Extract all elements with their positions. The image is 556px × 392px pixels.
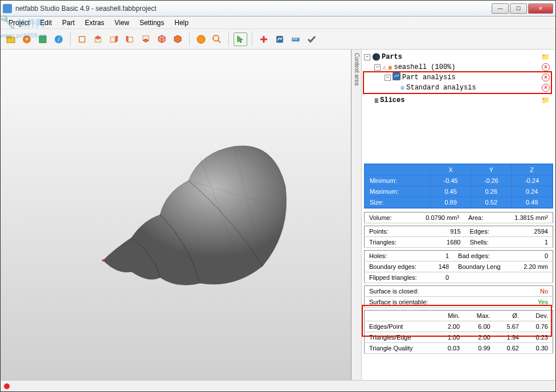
model-seashell: [86, 107, 302, 300]
cube-bottom-icon[interactable]: [139, 32, 153, 46]
svg-point-26: [102, 259, 104, 262]
cube-iso-icon[interactable]: [155, 32, 169, 46]
stats-table: Min.Max.Ø.Dev. Edges/Point2.006.005.670.…: [364, 310, 553, 354]
parts-group-icon: 🌑: [372, 53, 380, 61]
svg-rect-10: [128, 37, 133, 42]
menu-part[interactable]: Part: [58, 18, 79, 28]
menu-extras[interactable]: Extras: [80, 18, 109, 28]
standard-analysis-icon: ⊕: [400, 84, 404, 92]
folder-icon[interactable]: 📁: [541, 96, 550, 105]
svg-point-13: [213, 35, 219, 41]
titlebar: netfabb Studio Basic 4.9 - seashell.fabb…: [1, 1, 555, 17]
tree-analysis-label[interactable]: Part analysis: [402, 74, 456, 81]
analysis-icon: [393, 72, 400, 83]
context-area-tab[interactable]: Context area: [351, 50, 362, 380]
minimize-button[interactable]: —: [492, 3, 509, 14]
menu-project[interactable]: Project: [4, 18, 34, 28]
warning-icon: ⚠: [382, 63, 386, 72]
viewport-3d[interactable]: [1, 50, 351, 380]
collapse-icon[interactable]: −: [385, 75, 391, 81]
svg-point-12: [197, 35, 205, 43]
maximize-button[interactable]: ☐: [510, 3, 527, 14]
menu-settings[interactable]: Settings: [135, 18, 169, 28]
zoom-icon[interactable]: [210, 32, 224, 46]
tree-slices-label[interactable]: Slices: [380, 96, 404, 104]
menu-help[interactable]: Help: [170, 18, 193, 28]
svg-rect-4: [39, 36, 46, 43]
add-part-icon[interactable]: +: [20, 32, 34, 46]
tree-std-analysis[interactable]: Standard analysis: [406, 84, 476, 92]
parts-tree: − 🌑 Parts 📁 − ⚠ ◉ seashell (100%) × − Pa…: [362, 50, 555, 164]
sphere-icon[interactable]: [194, 32, 208, 46]
svg-rect-7: [79, 36, 85, 42]
svg-rect-9: [111, 37, 115, 42]
repair-icon[interactable]: [257, 32, 271, 46]
svg-rect-1: [7, 36, 11, 38]
tree-parts-label[interactable]: Parts: [382, 53, 402, 61]
statusbar: [1, 380, 555, 391]
pointer-icon[interactable]: [234, 32, 247, 46]
tree-part-name[interactable]: seashell (100%): [394, 63, 455, 71]
folder-icon[interactable]: 📁: [541, 53, 550, 62]
info-icon[interactable]: i: [52, 32, 66, 46]
volume-table: Volume:0.0790 mm³Area:1.3815 mm²: [364, 212, 553, 223]
svg-text:+: +: [24, 35, 28, 43]
svg-rect-15: [276, 36, 283, 43]
cube-top-icon[interactable]: [91, 32, 105, 46]
mesh-table: Points:915Edges:2594 Triangles:1680Shell…: [364, 226, 553, 248]
properties-panel: XYZ Minimum:-0.45-0.26-0.24 Maximum:0.45…: [362, 164, 555, 380]
check-icon[interactable]: [305, 32, 318, 46]
menu-view[interactable]: View: [110, 18, 134, 28]
surface-table: Surface is closed:No Surface is orientab…: [364, 285, 553, 308]
cube-left-icon[interactable]: [123, 32, 137, 46]
menu-edit[interactable]: Edit: [35, 18, 56, 28]
slices-icon: ≣: [374, 96, 378, 105]
measure-icon[interactable]: [289, 32, 302, 46]
visibility-icon[interactable]: ◉: [388, 63, 392, 72]
cube-front-icon[interactable]: [75, 32, 89, 46]
dimensions-table: XYZ Minimum:-0.45-0.26-0.24 Maximum:0.45…: [364, 164, 553, 209]
status-indicator-icon: [4, 383, 10, 389]
open-icon[interactable]: [4, 32, 18, 46]
collapse-icon[interactable]: −: [374, 64, 381, 71]
cube-side-icon[interactable]: [107, 32, 121, 46]
save-icon[interactable]: [36, 32, 50, 46]
svg-line-14: [218, 40, 220, 43]
toolbar: + i: [1, 29, 555, 50]
close-button[interactable]: ✕: [528, 3, 553, 14]
window-title: netfabb Studio Basic 4.9 - seashell.fabb…: [15, 5, 492, 13]
app-icon: [3, 4, 12, 13]
svg-rect-27: [393, 72, 400, 80]
collapse-icon[interactable]: −: [364, 54, 370, 60]
delete-icon[interactable]: ×: [542, 74, 550, 81]
errors-table: Holes:1Bad edges:0 Boundary edges:148Bou…: [364, 250, 553, 283]
delete-icon[interactable]: ×: [542, 63, 550, 71]
menubar: Project Edit Part Extras View Settings H…: [1, 17, 555, 29]
delete-icon[interactable]: ×: [542, 84, 550, 92]
analysis-icon[interactable]: [273, 32, 287, 46]
cube-iso2-icon[interactable]: [171, 32, 185, 46]
